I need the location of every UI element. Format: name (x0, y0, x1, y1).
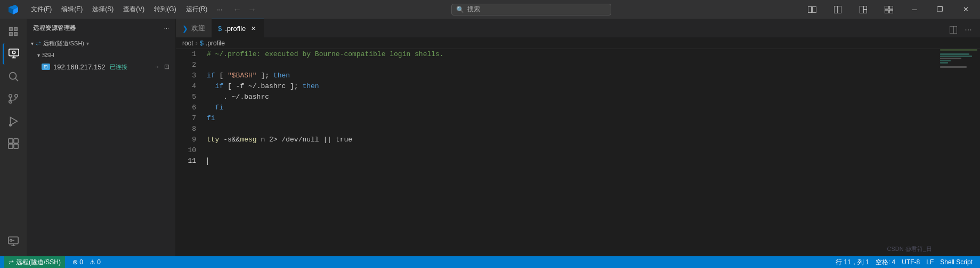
code-line-11 (207, 156, 937, 167)
breadcrumb-root[interactable]: root (182, 40, 193, 47)
encoding-label: UTF-8 (902, 258, 920, 266)
nav-back[interactable]: ← (231, 4, 244, 15)
remote-section-label: 远程(隧道/SSH) (43, 40, 84, 48)
ssh-section-header[interactable]: ▾ SSH (27, 49, 175, 61)
code-line-2 (207, 60, 937, 70)
code-line-6: fi (207, 103, 937, 113)
line-num-9: 9 (192, 135, 196, 145)
connection-status: 已连接 (110, 63, 127, 71)
activity-extensions[interactable] (3, 133, 24, 154)
code-line-4: if [ -f ~/.bashrc ]; then (207, 81, 937, 92)
minimap-content (940, 49, 980, 68)
status-language[interactable]: Shell Script (937, 256, 976, 268)
close-button[interactable]: ✕ (953, 0, 978, 19)
svg-rect-26 (14, 144, 18, 148)
file-dollar-icon: $ (200, 39, 204, 47)
svg-point-18 (9, 94, 12, 98)
code-editor[interactable]: 1 2 3 4 5 6 7 8 9 10 11 # ~/.profile: ex… (176, 49, 980, 256)
code-line-1: # ~/.profile: executed by Bourne-compati… (207, 49, 937, 60)
code-line-9: tty -s&& mesg n 2> /dev/null || true (207, 135, 937, 145)
menu-edit[interactable]: 编辑(E) (57, 3, 87, 16)
tab-close-button[interactable]: ✕ (249, 24, 257, 33)
code-token: [ (215, 70, 228, 81)
menu-run[interactable]: 运行(R) (182, 3, 212, 16)
sidebar: 远程资源管理器 ··· ▾ ⇌ 远程(隧道/SSH) ▾ ▾ SSH ⊡ 192… (27, 19, 176, 256)
activity-run[interactable] (3, 111, 24, 132)
line-num-10: 10 (188, 145, 196, 156)
code-token: if (215, 81, 224, 92)
status-remote-label: 远程(隧道/SSH) (16, 258, 61, 267)
tab-profile[interactable]: $ .profile ✕ (212, 19, 264, 37)
language-label: Shell Script (940, 258, 973, 266)
search-icon: 🔍 (456, 6, 464, 13)
activity-remote-bottom[interactable] (3, 231, 24, 252)
code-token: . ~/.bashrc (207, 92, 269, 103)
activity-source-control[interactable] (3, 88, 24, 109)
line-num-4: 4 (192, 81, 196, 92)
svg-marker-21 (11, 117, 18, 125)
copy-icon[interactable]: ⊡ (163, 62, 171, 71)
search-area: 🔍 搜索 (263, 4, 800, 15)
text-cursor (207, 157, 208, 165)
tab-welcome[interactable]: ❯ 欢迎 (176, 19, 212, 37)
remote-section-header[interactable]: ▾ ⇌ 远程(隧道/SSH) ▾ (27, 37, 175, 49)
activity-search[interactable] (3, 66, 24, 87)
menu-select[interactable]: 选择(S) (88, 3, 118, 16)
status-remote-icon: ⇌ (9, 258, 14, 266)
activity-remote[interactable] (3, 43, 24, 65)
minimap-line-9 (940, 66, 967, 68)
line-num-1: 1 (192, 49, 196, 60)
code-token: "$BASH" (228, 70, 257, 81)
remote-server-item[interactable]: ⊡ 192.168.217.152 已连接 → ⊡ (27, 61, 175, 73)
minimap-line-5 (940, 58, 961, 59)
minimap-line-4 (940, 56, 972, 57)
layout-icon-4[interactable] (877, 0, 901, 19)
menu-view[interactable]: 查看(V) (119, 3, 149, 16)
breadcrumb-file[interactable]: $ .profile (200, 39, 225, 47)
status-line-col[interactable]: 行 11，列 1 (832, 256, 872, 268)
layout-icon-2[interactable] (825, 0, 850, 19)
svg-rect-24 (14, 139, 18, 143)
layout-icon-3[interactable] (851, 0, 876, 19)
line-num-7: 7 (192, 113, 196, 124)
nav-forward[interactable]: → (246, 4, 258, 15)
tab-welcome-label: 欢迎 (191, 23, 205, 33)
status-eol[interactable]: LF (923, 256, 937, 268)
minimap-line-1 (940, 49, 977, 51)
more-tabs-button[interactable]: ··· (961, 22, 976, 37)
split-editor-button[interactable] (946, 22, 961, 37)
status-remote-section[interactable]: ⇌ 远程(隧道/SSH) (4, 256, 65, 268)
tab-welcome-icon: ❯ (182, 25, 188, 33)
remote-section-arrow: ▾ (31, 41, 34, 46)
line-num-11: 11 (188, 156, 196, 167)
menu-file[interactable]: 文件(F) (27, 3, 56, 16)
search-box[interactable]: 🔍 搜索 (451, 4, 611, 15)
errors-label: ⊗ 0 (72, 258, 83, 266)
breadcrumb: root › $ .profile (176, 37, 980, 49)
layout-icon-1[interactable] (800, 0, 824, 19)
line-num-6: 6 (192, 103, 196, 113)
activity-bar (0, 19, 27, 256)
sidebar-more-button[interactable]: ··· (164, 25, 169, 31)
forward-icon[interactable]: → (152, 62, 161, 71)
nav-arrows: ← → (231, 4, 258, 15)
code-token: ]; (257, 70, 273, 81)
status-spaces[interactable]: 空格: 4 (872, 256, 898, 268)
menu-goto[interactable]: 转到(G) (150, 3, 180, 16)
line-num-2: 2 (192, 60, 196, 70)
svg-rect-1 (813, 6, 816, 13)
minimap (937, 49, 980, 256)
svg-rect-8 (889, 6, 893, 9)
code-token: if (207, 70, 215, 81)
minimize-button[interactable]: ─ (902, 0, 927, 19)
ssh-section-arrow: ▾ (37, 52, 40, 58)
activity-explorer[interactable] (3, 21, 24, 42)
status-encoding[interactable]: UTF-8 (898, 256, 923, 268)
line-num-3: 3 (192, 70, 196, 81)
status-warnings[interactable]: ⚠ 0 (86, 256, 104, 268)
restore-button[interactable]: ❐ (928, 0, 952, 19)
menu-more[interactable]: ··· (213, 4, 226, 15)
sidebar-header: 远程资源管理器 ··· (27, 19, 175, 37)
status-errors[interactable]: ⊗ 0 (69, 256, 86, 268)
remote-server-icon: ⊡ (42, 64, 50, 70)
